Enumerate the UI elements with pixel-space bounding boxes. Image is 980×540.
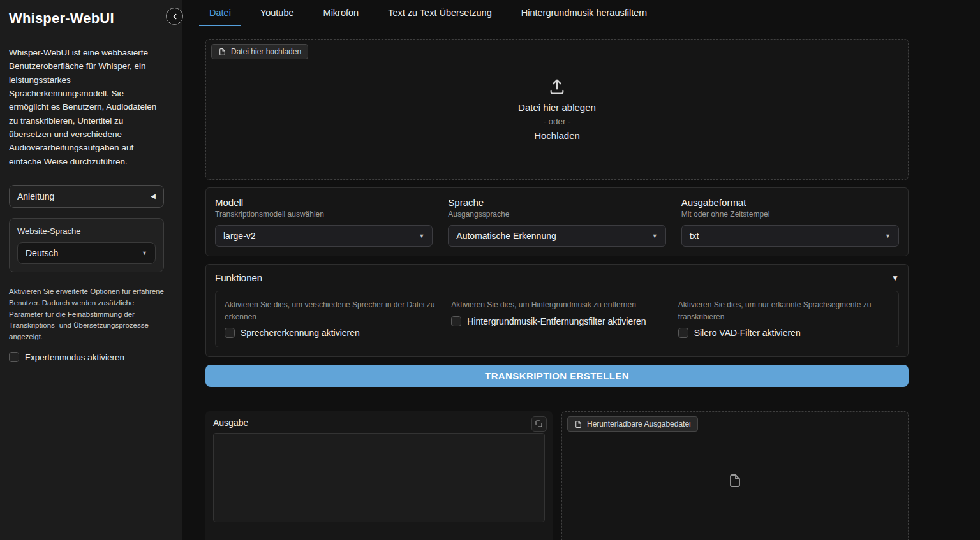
chevron-down-icon: ▼: [891, 274, 899, 282]
features-accordion-header[interactable]: Funktionen ▼: [215, 272, 899, 283]
app-title: Whisper-WebUI: [9, 10, 164, 27]
feature-vad-info: Aktivieren Sie dies, um nur erkannte Spr…: [678, 299, 889, 323]
whisper-webui-app: Whisper-WebUI Whisper-WebUI ist eine web…: [0, 0, 980, 540]
bgm-removal-checkbox-label: Hintergrundmusik-Entfernungsfilter aktiv…: [467, 316, 646, 326]
bgm-removal-checkbox-row[interactable]: Hintergrundmusik-Entfernungsfilter aktiv…: [451, 316, 662, 326]
output-format-label: Ausgabeformat: [681, 197, 899, 208]
language-field: Sprache Ausgangssprache Automatische Erk…: [448, 197, 665, 247]
language-info: Ausgangssprache: [448, 210, 665, 219]
downloadable-file-label-chip: Herunterladbare Ausgabedatei: [567, 416, 698, 432]
output-format-field: Ausgabeformat Mit oder ohne Zeitstempel …: [681, 197, 899, 247]
tab-hintergrundmusik-herausfiltern[interactable]: Hintergrundmusik herausfiltern: [511, 1, 657, 26]
tab-datei[interactable]: Datei: [199, 1, 241, 26]
model-select[interactable]: large-v2 ▼: [215, 225, 433, 247]
app-description: Whisper-WebUI ist eine webbasierte Benut…: [9, 46, 164, 168]
anleitung-label: Anleitung: [17, 191, 54, 201]
chevron-down-icon: ▼: [652, 233, 658, 239]
upload-icon: [548, 78, 566, 96]
generate-transcription-button[interactable]: TRANSKRIPTION ERSTELLEN: [205, 365, 909, 387]
settings-panel: Modell Transkriptionsmodell auswählen la…: [205, 187, 909, 256]
empty-file-icon: [727, 473, 743, 488]
vad-checkbox-label: Silero VAD-Filter aktivieren: [694, 328, 801, 338]
file-upload-label: Datei hier hochladen: [231, 47, 301, 56]
triangle-left-icon: ◀: [151, 193, 156, 200]
downloadable-file-label: Herunterladbare Ausgabedatei: [587, 420, 691, 428]
main-area: Datei Youtube Mikrofon Text zu Text Über…: [182, 0, 980, 540]
expert-mode-checkbox[interactable]: [9, 352, 19, 362]
feature-diarization-info: Aktivieren Sie dies, um verschiedene Spr…: [225, 299, 436, 323]
diarization-checkbox-row[interactable]: Sprechererkennung aktivieren: [225, 328, 436, 338]
tab-mikrofon[interactable]: Mikrofon: [313, 1, 369, 26]
anleitung-accordion[interactable]: Anleitung ◀: [9, 185, 164, 208]
tab-text-zu-text-uebersetzung[interactable]: Text zu Text Übersetzung: [378, 1, 502, 26]
file-upload-dropzone[interactable]: Datei hier hochladen Datei hier ablegen …: [205, 39, 909, 180]
vad-checkbox[interactable]: [678, 328, 688, 338]
chevron-down-icon: ▼: [885, 233, 891, 239]
feature-bgm-removal: Aktivieren Sie dies, um Hintergrundmusik…: [451, 299, 662, 338]
output-format-info: Mit oder ohne Zeitstempel: [681, 210, 899, 219]
file-icon: [574, 420, 583, 428]
feature-bgm-removal-info: Aktivieren Sie dies, um Hintergrundmusik…: [451, 299, 662, 311]
copy-button[interactable]: [531, 416, 547, 432]
model-field: Modell Transkriptionsmodell auswählen la…: [215, 197, 433, 247]
output-format-select[interactable]: txt ▼: [681, 225, 899, 247]
language-label: Sprache: [448, 197, 665, 208]
expert-mode-checkbox-row[interactable]: Expertenmodus aktivieren: [9, 352, 164, 362]
tab-youtube[interactable]: Youtube: [250, 1, 304, 26]
chevron-left-icon: [170, 12, 179, 21]
model-value: large-v2: [223, 231, 256, 241]
sidebar-collapse-button[interactable]: [166, 8, 183, 25]
output-text-block: Ausgabe: [205, 411, 553, 540]
diarization-checkbox[interactable]: [225, 328, 235, 338]
expert-mode-description: Aktivieren Sie erweiterte Optionen für e…: [9, 286, 164, 343]
model-info: Transkriptionsmodell auswählen: [215, 210, 433, 219]
expert-mode-checkbox-label: Expertenmodus aktivieren: [25, 353, 124, 362]
website-language-select[interactable]: Deutsch ▼: [17, 242, 156, 264]
file-upload-label-chip: Datei hier hochladen: [211, 44, 308, 59]
feature-vad: Aktivieren Sie dies, um nur erkannte Spr…: [678, 299, 889, 338]
drop-or-text: - oder -: [543, 117, 571, 126]
vad-checkbox-row[interactable]: Silero VAD-Filter aktivieren: [678, 328, 889, 338]
downloadable-file-output: Herunterladbare Ausgabedatei: [561, 411, 909, 540]
bgm-removal-checkbox[interactable]: [451, 316, 461, 326]
output-row: Ausgabe Herunterladbare Ausgabedatei: [205, 411, 909, 540]
sidebar: Whisper-WebUI Whisper-WebUI ist eine web…: [0, 0, 182, 540]
feature-diarization: Aktivieren Sie dies, um verschiedene Spr…: [225, 299, 436, 338]
language-select[interactable]: Automatische Erkennung ▼: [448, 225, 665, 247]
output-textarea[interactable]: [213, 433, 545, 522]
website-language-label: Website-Sprache: [17, 226, 156, 236]
file-icon: [218, 48, 226, 56]
features-title: Funktionen: [215, 272, 262, 283]
features-accordion: Funktionen ▼ Aktivieren Sie dies, um ver…: [205, 264, 909, 357]
copy-icon: [535, 420, 543, 428]
website-language-group: Website-Sprache Deutsch ▼: [9, 218, 164, 272]
website-language-value: Deutsch: [26, 248, 58, 258]
model-label: Modell: [215, 197, 433, 208]
chevron-down-icon: ▼: [142, 250, 147, 256]
chevron-down-icon: ▼: [419, 233, 424, 239]
diarization-checkbox-label: Sprechererkennung aktivieren: [241, 328, 360, 338]
tab-content-datei: Datei hier hochladen Datei hier ablegen …: [205, 39, 909, 540]
drop-file-text: Datei hier ablegen: [518, 102, 596, 113]
upload-click-text[interactable]: Hochladen: [534, 130, 580, 141]
features-body: Aktivieren Sie dies, um verschiedene Spr…: [215, 291, 899, 347]
language-value: Automatische Erkennung: [456, 231, 556, 241]
tabbar: Datei Youtube Mikrofon Text zu Text Über…: [182, 0, 980, 26]
output-format-value: txt: [690, 231, 699, 241]
output-text-label: Ausgabe: [213, 418, 545, 428]
